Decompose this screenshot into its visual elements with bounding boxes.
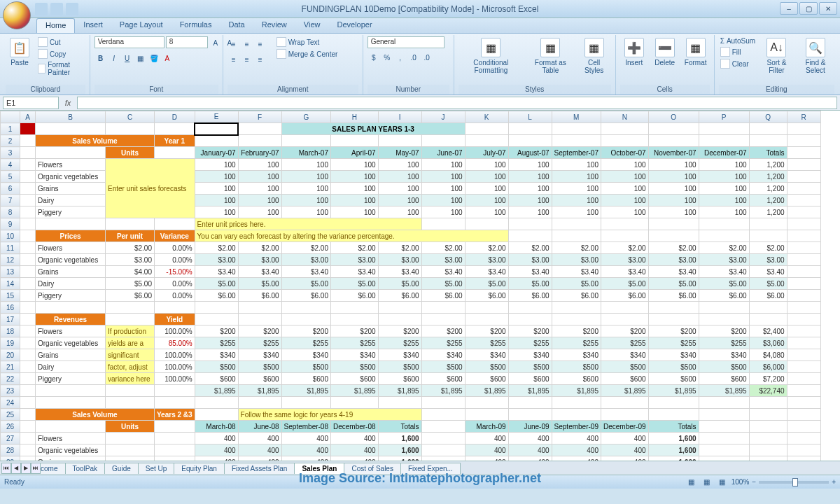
cell[interactable]: November-07	[648, 147, 699, 159]
cell[interactable]	[20, 123, 36, 135]
cell[interactable]: $2.00	[465, 242, 508, 254]
cell[interactable]	[155, 123, 195, 135]
cut-button[interactable]: Cut	[36, 36, 85, 48]
cell[interactable]: $3.00	[552, 254, 601, 266]
cell[interactable]: $2.00	[552, 242, 601, 254]
column-header[interactable]: 25	[1, 409, 20, 421]
cell[interactable]: $600	[378, 373, 421, 385]
cell[interactable]: 100	[378, 195, 421, 206]
column-header[interactable]: 3	[1, 147, 20, 159]
cell[interactable]	[465, 302, 508, 314]
cell[interactable]	[106, 123, 155, 135]
worksheet-area[interactable]: ABCDEFGHIJKLMNOPQR1SALES PLAN YEARS 1-32…	[0, 111, 840, 461]
cell[interactable]: Piggery	[36, 290, 106, 302]
cell[interactable]: 100	[648, 195, 699, 206]
cell[interactable]: $3.40	[749, 266, 787, 278]
cell[interactable]: SALES PLAN YEARS 1-3	[281, 123, 465, 135]
cell[interactable]: $255	[648, 337, 699, 349]
cell[interactable]: $200	[552, 326, 601, 337]
cell[interactable]	[20, 361, 36, 373]
cell[interactable]: June-08	[238, 421, 281, 433]
tab-nav-first[interactable]: ⏮	[1, 463, 11, 474]
view-break-button[interactable]: ▦	[716, 476, 729, 489]
cell[interactable]: $340	[330, 349, 378, 361]
cell[interactable]: $340	[465, 349, 508, 361]
zoom-out-button[interactable]: −	[752, 478, 756, 486]
cell[interactable]: Organic vegetables	[36, 444, 106, 456]
cell[interactable]: 100	[648, 183, 699, 195]
cell[interactable]: $4,080	[749, 349, 787, 361]
cell[interactable]: $3.40	[601, 266, 648, 278]
cell[interactable]: $1,895	[648, 385, 699, 397]
cell[interactable]: $600	[195, 373, 238, 385]
cell[interactable]: $6,000	[749, 361, 787, 373]
cell[interactable]: $500	[465, 361, 508, 373]
cell[interactable]: If production	[106, 326, 155, 337]
cell[interactable]: $3,060	[749, 337, 787, 349]
column-header[interactable]: 1	[1, 123, 20, 135]
column-header[interactable]: 15	[1, 290, 20, 302]
cell[interactable]	[20, 314, 36, 326]
column-header[interactable]: 22	[1, 373, 20, 385]
cell[interactable]	[195, 314, 238, 326]
cell[interactable]: $5.00	[330, 278, 378, 290]
cell[interactable]	[421, 409, 465, 421]
cell[interactable]	[20, 183, 36, 195]
cell[interactable]: $3.00	[421, 254, 465, 266]
cell[interactable]: $255	[552, 337, 601, 349]
cell[interactable]	[601, 123, 648, 135]
cell[interactable]: 400	[238, 444, 281, 456]
cell[interactable]: 100	[601, 206, 648, 218]
cell[interactable]	[238, 397, 281, 409]
column-header[interactable]: 6	[1, 183, 20, 195]
cell[interactable]: $3.40	[648, 266, 699, 278]
cell[interactable]: 100	[281, 183, 330, 195]
cell[interactable]	[787, 242, 820, 254]
grow-font-button[interactable]: A	[209, 36, 222, 49]
cell[interactable]: 100	[195, 206, 238, 218]
cell[interactable]	[552, 230, 601, 242]
italic-button[interactable]: I	[108, 52, 120, 64]
cell[interactable]	[648, 218, 699, 230]
cell[interactable]: $4.00	[106, 266, 155, 278]
sheet-tab[interactable]: Sales Plan	[294, 463, 344, 474]
cell[interactable]	[749, 433, 787, 444]
cell[interactable]	[36, 147, 106, 159]
cell[interactable]: Revenues	[36, 314, 106, 326]
cell[interactable]: -15.00%	[155, 266, 195, 278]
fx-button[interactable]: fx	[62, 97, 74, 109]
cell[interactable]: 100	[378, 206, 421, 218]
cell[interactable]: 100	[465, 183, 508, 195]
cell[interactable]	[787, 171, 820, 183]
cell[interactable]	[195, 123, 238, 135]
cell[interactable]: 100	[378, 159, 421, 171]
font-name-combo[interactable]: Verdana	[94, 36, 164, 48]
cell[interactable]	[787, 409, 820, 421]
find-select-button[interactable]: 🔍Find & Select	[797, 36, 834, 76]
cell[interactable]: $6.00	[195, 290, 238, 302]
cell[interactable]	[330, 397, 378, 409]
column-header[interactable]: 4	[1, 159, 20, 171]
cell[interactable]	[20, 337, 36, 349]
cell[interactable]: 1,600	[648, 444, 699, 456]
cell[interactable]: 100	[330, 206, 378, 218]
cell[interactable]: March-08	[195, 421, 238, 433]
column-header[interactable]: 16	[1, 302, 20, 314]
cell[interactable]: 100	[421, 159, 465, 171]
cell[interactable]: $1,895	[552, 385, 601, 397]
cell[interactable]	[36, 421, 106, 433]
cell[interactable]: Totals	[378, 421, 421, 433]
comma-button[interactable]: ,	[394, 51, 407, 64]
cell[interactable]: Grains	[36, 349, 106, 361]
cell[interactable]	[787, 183, 820, 195]
merge-center-button[interactable]: Merge & Center	[275, 48, 340, 59]
cell[interactable]: 400	[330, 433, 378, 444]
cell[interactable]	[106, 444, 155, 456]
cell[interactable]: $6.00	[106, 290, 155, 302]
column-header[interactable]: 10	[1, 230, 20, 242]
cell[interactable]	[20, 373, 36, 385]
percent-button[interactable]: %	[381, 51, 393, 64]
cell[interactable]	[20, 409, 36, 421]
wrap-text-button[interactable]: Wrap Text	[275, 36, 340, 48]
sheet-tab[interactable]: Guide	[104, 463, 139, 474]
